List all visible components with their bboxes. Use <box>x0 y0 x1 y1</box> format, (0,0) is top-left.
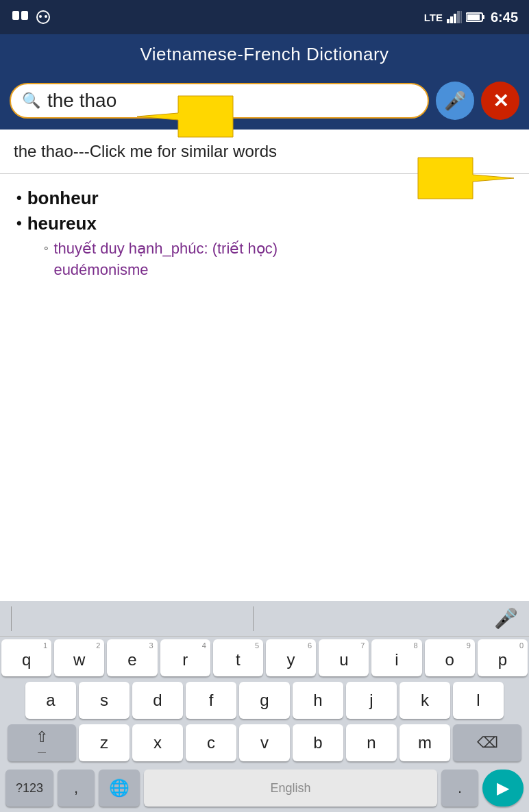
svg-rect-8 <box>457 11 460 23</box>
key-j[interactable]: j <box>346 682 397 719</box>
key-z[interactable]: z <box>79 724 130 761</box>
sub-entry-text: thuyết duy hạnh_phúc: (triết học)eudémon… <box>53 238 278 281</box>
enter-key[interactable]: ▶ <box>482 770 524 807</box>
status-icons: LTE <box>424 11 485 23</box>
key-b[interactable]: b <box>293 724 343 761</box>
kbd-divider-left <box>11 606 12 631</box>
status-time: 6:45 <box>491 10 518 25</box>
status-bar: LTE 6:45 <box>0 0 529 34</box>
word-bonheur: bonheur <box>27 188 99 209</box>
period-key[interactable]: . <box>441 770 478 807</box>
clear-button[interactable]: ✕ <box>481 82 519 120</box>
space-key[interactable]: English <box>144 770 437 807</box>
key-o[interactable]: 9o <box>425 639 475 676</box>
word-heureux: heureux <box>27 213 97 234</box>
svg-rect-1 <box>21 11 28 20</box>
svg-rect-7 <box>454 14 456 23</box>
key-l[interactable]: l <box>453 682 504 719</box>
circle-bullet: ◦ <box>44 241 48 256</box>
svg-point-4 <box>45 15 47 18</box>
sim-icon <box>11 10 29 25</box>
key-p[interactable]: 0p <box>478 639 528 676</box>
key-e[interactable]: 3e <box>107 639 157 676</box>
svg-rect-5 <box>447 19 450 23</box>
key-s[interactable]: s <box>79 682 130 719</box>
key-m[interactable]: m <box>399 724 450 761</box>
search-icon: 🔍 <box>22 92 40 110</box>
autocomplete-text: the thao---Click me for similar words <box>14 142 277 160</box>
search-input-wrapper: 🔍 <box>10 83 429 119</box>
enter-icon: ▶ <box>497 778 509 798</box>
dict-entry-heureux: • heureux ◦ thuyết duy hạnh_phúc: (triết… <box>16 213 513 281</box>
shift-icon: ⇧ <box>36 728 48 746</box>
android-icon <box>34 10 52 25</box>
signal-icon <box>447 11 462 23</box>
period-label: . <box>458 779 462 797</box>
key-y[interactable]: 6y <box>266 639 316 676</box>
comma-key[interactable]: , <box>58 770 95 807</box>
key-d[interactable]: d <box>132 682 183 719</box>
lte-label: LTE <box>424 12 443 23</box>
key-x[interactable]: x <box>132 724 183 761</box>
autocomplete-suggestion[interactable]: the thao---Click me for similar words <box>0 130 529 174</box>
app-header: Vietnamese-French Dictionary <box>0 34 529 75</box>
backspace-icon: ⌫ <box>477 734 498 752</box>
svg-rect-0 <box>12 11 19 20</box>
keyboard-row-1: 1q 2w 3e 4r 5t 6y 7u 8i 9o 0p <box>0 637 529 679</box>
svg-point-2 <box>37 11 49 23</box>
app-title: Vietnamese-French Dictionary <box>140 44 389 64</box>
dict-entry-bonheur: • bonheur <box>16 188 513 209</box>
key-a[interactable]: a <box>25 682 76 719</box>
globe-icon: 🌐 <box>109 778 130 798</box>
kbd-mic-icon[interactable]: 🎤 <box>494 607 518 630</box>
key-h[interactable]: h <box>293 682 343 719</box>
key-g[interactable]: g <box>239 682 290 719</box>
dictionary-content: • bonheur • heureux ◦ thuyết duy hạnh_ph… <box>0 174 529 302</box>
keyboard-row-3: ⇧ — z x c v b n m ⌫ <box>0 722 529 764</box>
num123-key[interactable]: ?123 <box>5 770 53 807</box>
comma-label: , <box>74 779 78 797</box>
microphone-button[interactable]: 🎤 <box>436 82 474 120</box>
key-w[interactable]: 2w <box>54 639 104 676</box>
keyboard: 🎤 1q 2w 3e 4r 5t 6y 7u 8i 9o 0p a s d f … <box>0 601 529 812</box>
key-i[interactable]: 8i <box>371 639 421 676</box>
kbd-divider-right <box>253 606 254 631</box>
backspace-key[interactable]: ⌫ <box>453 724 521 761</box>
search-input[interactable] <box>47 90 417 112</box>
key-f[interactable]: f <box>186 682 236 719</box>
bullet-heureux: • <box>16 214 22 232</box>
key-n[interactable]: n <box>346 724 397 761</box>
key-r[interactable]: 4r <box>160 639 210 676</box>
keyboard-row-2: a s d f g h j k l <box>0 679 529 722</box>
search-bar-container: 🔍 🎤 ✕ <box>0 75 529 130</box>
svg-rect-12 <box>467 14 480 20</box>
keyboard-top-bar: 🎤 <box>0 601 529 637</box>
key-v[interactable]: v <box>239 724 290 761</box>
key-t[interactable]: 5t <box>213 639 263 676</box>
space-label: English <box>270 781 310 796</box>
battery-icon <box>466 12 485 23</box>
close-icon: ✕ <box>493 90 508 112</box>
svg-rect-6 <box>450 16 453 23</box>
key-u[interactable]: 7u <box>319 639 369 676</box>
shift-key[interactable]: ⇧ — <box>8 724 76 761</box>
keyboard-bottom-bar: ?123 , 🌐 English . ▶ <box>0 764 529 812</box>
svg-point-3 <box>39 15 42 18</box>
key-c[interactable]: c <box>186 724 236 761</box>
globe-key[interactable]: 🌐 <box>99 770 140 807</box>
key-q[interactable]: 1q <box>1 639 51 676</box>
svg-rect-11 <box>482 15 484 19</box>
svg-marker-9 <box>460 11 462 23</box>
sub-entry-eudemonisme: ◦ thuyết duy hạnh_phúc: (triết học)eudém… <box>44 238 513 281</box>
mic-icon: 🎤 <box>444 90 466 112</box>
key-k[interactable]: k <box>399 682 450 719</box>
num123-label: ?123 <box>16 781 43 796</box>
bullet-bonheur: • <box>16 189 22 207</box>
